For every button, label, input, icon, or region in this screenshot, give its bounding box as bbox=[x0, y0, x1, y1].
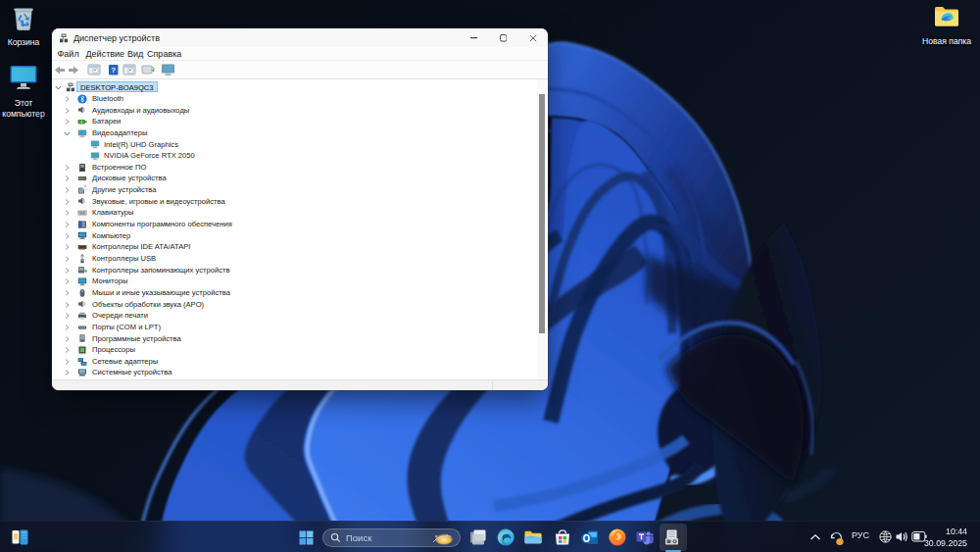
svg-text:?: ? bbox=[111, 66, 116, 75]
svg-text:?: ? bbox=[84, 185, 86, 189]
